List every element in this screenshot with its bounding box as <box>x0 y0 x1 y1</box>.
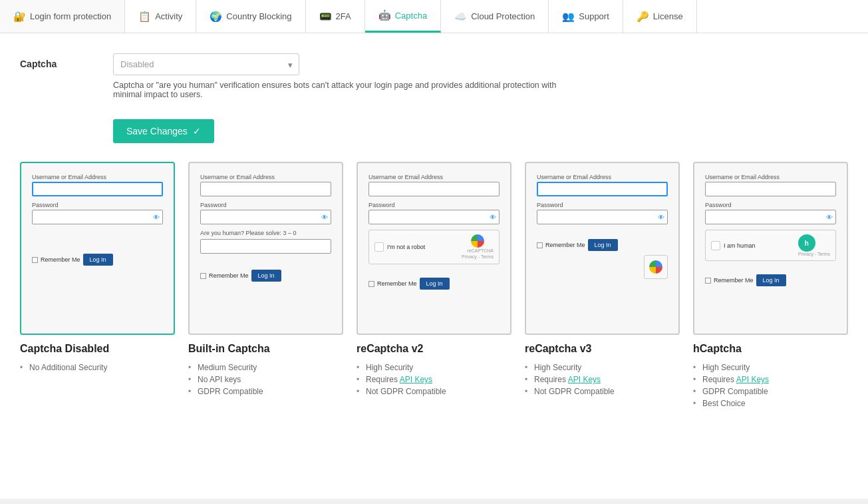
card-recaptcha-v2-title: reCaptcha v2 <box>357 343 511 355</box>
save-changes-button[interactable]: Save Changes ✓ <box>113 119 214 143</box>
main-content: Captcha Disabled Built-in Captcha reCapt… <box>0 33 868 499</box>
mock-password-v2: 👁 <box>368 210 500 224</box>
tab-navigation: 🔐 Login form protection 📋 Activity 🌍 Cou… <box>0 0 868 33</box>
tab-activity[interactable]: 📋 Activity <box>125 0 196 33</box>
tab-country-blocking[interactable]: 🌍 Country Blocking <box>196 0 305 33</box>
mock-password-input: 👁 <box>32 210 163 224</box>
feature-high-security-hcaptcha: High Security <box>693 362 848 374</box>
card-recaptcha-v2[interactable]: Username or Email Address Password 👁 I'm… <box>357 162 511 409</box>
mock-form-disabled: Username or Email Address Password 👁 Rem… <box>32 174 163 266</box>
api-keys-link-v2[interactable]: API Keys <box>400 375 432 384</box>
feature-api-keys-v3: Requires API Keys <box>525 374 680 385</box>
card-builtin-features: Medium Security No API keys GDPR Compati… <box>188 362 343 397</box>
license-icon: 🔑 <box>637 11 649 23</box>
feature-gdpr-hcaptcha: GDPR Compatible <box>693 385 848 397</box>
feature-medium-security: Medium Security <box>188 362 343 374</box>
feature-api-keys-v2: Requires API Keys <box>357 374 511 385</box>
tab-2fa-label: 2FA <box>336 11 351 21</box>
save-button-label: Save Changes <box>126 126 188 136</box>
tab-2fa[interactable]: 📟 2FA <box>306 0 365 33</box>
mock-password-v3: 👁 <box>537 210 668 224</box>
mock-form-recaptcha-v2: Username or Email Address Password 👁 I'm… <box>368 174 500 290</box>
recaptcha-v3-badge <box>644 255 668 279</box>
tab-cloud-protection-label: Cloud Protection <box>471 11 535 21</box>
mock-remember-v3 <box>537 242 543 248</box>
mock-username-v2 <box>368 182 500 196</box>
feature-high-security-v2: High Security <box>357 362 511 374</box>
card-builtin-preview: Username or Email Address Password 👁 Are… <box>188 162 343 335</box>
feature-not-gdpr-v2: Not GDPR Compatible <box>357 385 511 397</box>
card-recaptcha-v3-preview: Username or Email Address Password 👁 Rem… <box>525 162 680 335</box>
cloud-protection-icon: ☁️ <box>454 11 467 23</box>
activity-icon: 📋 <box>138 11 151 23</box>
mock-remember-hcaptcha <box>705 278 711 284</box>
card-hcaptcha-title: hCaptcha <box>693 343 848 355</box>
captcha-cards-container: Username or Email Address Password 👁 Rem… <box>20 162 848 409</box>
card-builtin[interactable]: Username or Email Address Password 👁 Are… <box>188 162 343 409</box>
support-icon: 👥 <box>562 11 575 23</box>
feature-high-security-v3: High Security <box>525 362 680 374</box>
mock-login-btn: Log In <box>83 254 113 266</box>
card-disabled[interactable]: Username or Email Address Password 👁 Rem… <box>20 162 175 409</box>
captcha-icon: 🤖 <box>378 9 391 21</box>
tab-license-label: License <box>653 11 683 21</box>
tab-support[interactable]: 👥 Support <box>549 0 623 33</box>
country-blocking-icon: 🌍 <box>210 11 222 23</box>
card-hcaptcha-features: High Security Requires API Keys GDPR Com… <box>693 362 848 409</box>
card-recaptcha-v2-features: High Security Requires API Keys Not GDPR… <box>357 362 511 397</box>
mock-hcaptcha-widget: I am human h Privacy - Terms <box>705 230 836 261</box>
tab-activity-label: Activity <box>155 11 182 21</box>
card-recaptcha-v3-title: reCaptcha v3 <box>525 343 680 355</box>
mock-username-hcaptcha <box>705 182 836 196</box>
mock-math-input <box>200 239 331 254</box>
api-keys-link-v3[interactable]: API Keys <box>568 375 601 384</box>
card-disabled-features: No Additional Security <box>20 362 175 374</box>
captcha-control: Disabled Built-in Captcha reCaptcha v2 r… <box>113 53 848 99</box>
mock-login-btn-hcaptcha: Log In <box>756 274 786 286</box>
mock-login-btn-v2: Log In <box>420 278 450 290</box>
mock-form-hcaptcha: Username or Email Address Password 👁 I a… <box>705 174 836 286</box>
tab-support-label: Support <box>579 11 609 21</box>
card-builtin-title: Built-in Captcha <box>188 343 343 355</box>
mock-form-recaptcha-v3: Username or Email Address Password 👁 Rem… <box>537 174 668 279</box>
captcha-dropdown-wrapper: Disabled Built-in Captcha reCaptcha v2 r… <box>113 53 299 75</box>
mock-password-builtin: 👁 <box>200 210 331 224</box>
tab-captcha[interactable]: 🤖 Captcha <box>365 0 441 33</box>
mock-login-btn-builtin: Log In <box>251 270 281 282</box>
save-checkmark-icon: ✓ <box>193 126 201 136</box>
card-hcaptcha-preview: Username or Email Address Password 👁 I a… <box>693 162 848 335</box>
feature-api-keys-hcaptcha: Requires API Keys <box>693 374 848 385</box>
tab-cloud-protection[interactable]: ☁️ Cloud Protection <box>441 0 549 33</box>
tab-login-form[interactable]: 🔐 Login form protection <box>0 0 125 33</box>
mock-recaptcha-widget: I'm not a robot reCAPTCHA Privacy - Term… <box>368 230 500 264</box>
tab-captcha-label: Captcha <box>395 11 427 21</box>
card-disabled-title: Captcha Disabled <box>20 343 175 355</box>
feature-no-security: No Additional Security <box>20 362 175 374</box>
mock-username-builtin <box>200 182 331 196</box>
card-hcaptcha[interactable]: Username or Email Address Password 👁 I a… <box>693 162 848 409</box>
captcha-select[interactable]: Disabled Built-in Captcha reCaptcha v2 r… <box>113 53 299 75</box>
captcha-description: Captcha or "are you human" verification … <box>113 81 579 99</box>
mock-form-builtin: Username or Email Address Password 👁 Are… <box>200 174 331 282</box>
mock-password-hcaptcha: 👁 <box>705 210 836 224</box>
tab-license[interactable]: 🔑 License <box>623 0 697 33</box>
2fa-icon: 📟 <box>319 11 332 23</box>
api-keys-link-hcaptcha[interactable]: API Keys <box>736 375 769 384</box>
feature-gdpr: GDPR Compatible <box>188 385 343 397</box>
mock-username-input <box>32 182 163 196</box>
captcha-label: Captcha <box>20 53 100 69</box>
tab-login-form-label: Login form protection <box>30 11 111 21</box>
mock-login-btn-v3: Log In <box>588 239 618 251</box>
card-recaptcha-v2-preview: Username or Email Address Password 👁 I'm… <box>357 162 511 335</box>
mock-username-v3 <box>537 182 668 196</box>
card-recaptcha-v3[interactable]: Username or Email Address Password 👁 Rem… <box>525 162 680 409</box>
card-recaptcha-v3-features: High Security Requires API Keys Not GDPR… <box>525 362 680 397</box>
captcha-setting-row: Captcha Disabled Built-in Captcha reCapt… <box>20 53 848 99</box>
card-disabled-preview: Username or Email Address Password 👁 Rem… <box>20 162 175 335</box>
feature-best-choice: Best Choice <box>693 397 848 409</box>
tab-country-blocking-label: Country Blocking <box>226 11 291 21</box>
feature-not-gdpr-v3: Not GDPR Compatible <box>525 385 680 397</box>
mock-remember-builtin <box>200 273 206 279</box>
mock-remember-v2 <box>368 281 374 287</box>
login-form-icon: 🔐 <box>13 11 26 23</box>
